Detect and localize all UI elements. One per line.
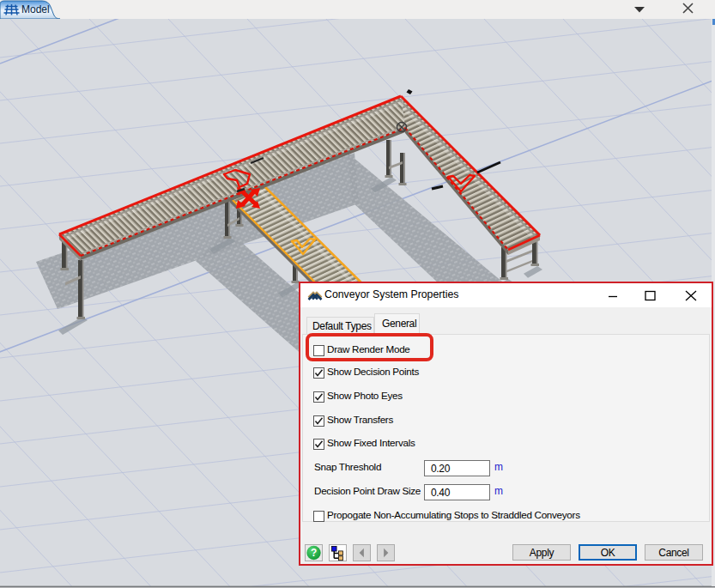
- svg-text:Model: Model: [21, 3, 50, 15]
- svg-text:?: ?: [311, 547, 317, 559]
